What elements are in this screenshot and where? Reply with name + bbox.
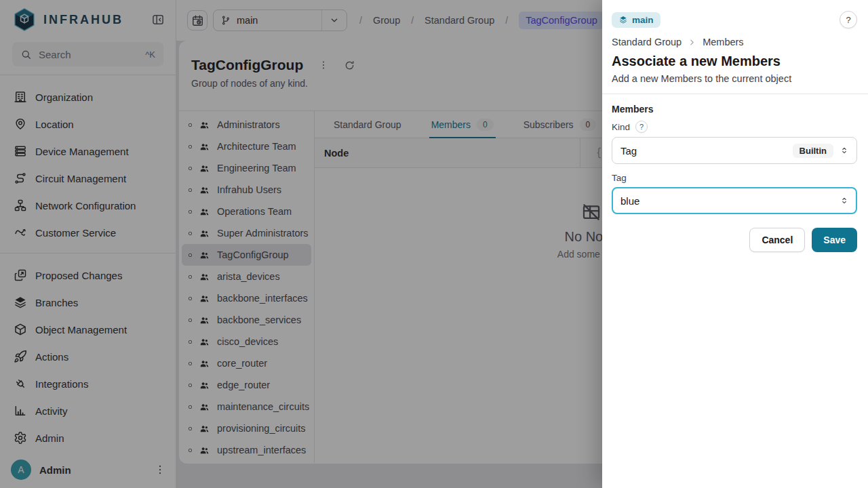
- field-label: Tag: [612, 173, 627, 183]
- form-field: Kind ? Tag Builtin: [612, 121, 857, 164]
- select-input[interactable]: Tag Builtin: [612, 137, 857, 164]
- drawer-breadcrumb: Standard Group Members: [612, 37, 857, 47]
- cancel-button[interactable]: Cancel: [749, 228, 805, 252]
- chevrons-updown-icon: [839, 195, 850, 206]
- drawer-header: main ? Standard Group Members Associate …: [602, 0, 868, 94]
- select-input[interactable]: blue: [612, 187, 857, 214]
- branch-badge-label: main: [632, 15, 654, 25]
- form-fields: Kind ? Tag Builtin Tag: [612, 121, 857, 214]
- field-help-icon[interactable]: ?: [635, 121, 648, 133]
- save-button[interactable]: Save: [812, 228, 857, 252]
- form-field: Tag blue: [612, 173, 857, 214]
- chevrons-updown-icon: [839, 145, 850, 156]
- kind-badge: Builtin: [793, 144, 833, 158]
- branch-badge: main: [612, 12, 660, 28]
- help-button[interactable]: ?: [840, 11, 857, 28]
- layers-icon: [618, 15, 628, 24]
- select-value: blue: [620, 195, 839, 207]
- form-section-title: Members: [612, 104, 857, 115]
- drawer-backdrop[interactable]: [0, 0, 602, 488]
- drawer-breadcrumb-current: Members: [703, 37, 743, 47]
- field-label: Kind: [612, 122, 630, 132]
- select-value: Tag: [620, 145, 793, 157]
- drawer-form: Members Kind ? Tag Builtin: [602, 94, 868, 252]
- chevron-right-icon: [687, 37, 697, 47]
- drawer: main ? Standard Group Members Associate …: [602, 0, 868, 488]
- drawer-breadcrumb-parent[interactable]: Standard Group: [612, 37, 682, 47]
- drawer-title: Associate a new Members: [612, 54, 857, 69]
- drawer-subtitle: Add a new Members to the current object: [612, 73, 857, 84]
